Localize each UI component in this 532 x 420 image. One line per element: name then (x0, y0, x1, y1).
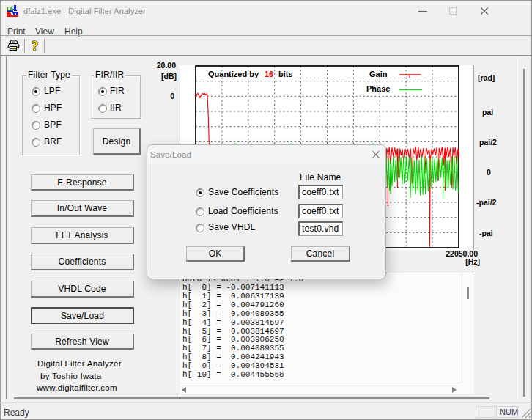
svg-text:DF: DF (7, 5, 15, 12)
svg-text:?: ? (32, 38, 39, 54)
